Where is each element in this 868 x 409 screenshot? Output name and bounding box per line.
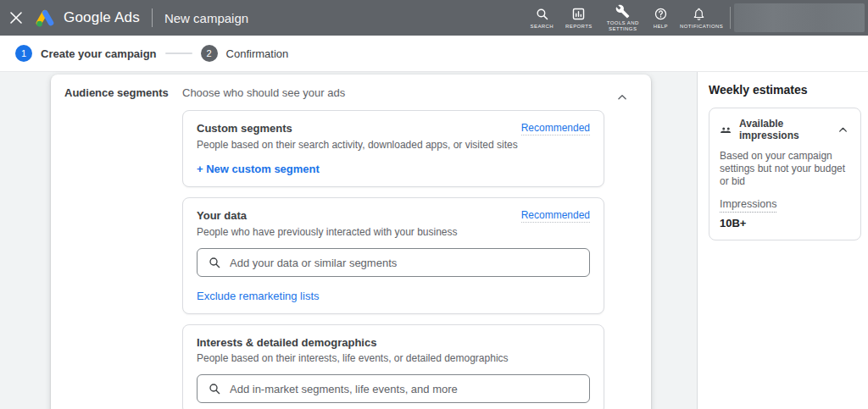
topbar-separator <box>730 7 731 29</box>
nav-label: Notifications <box>680 24 717 30</box>
search-icon <box>208 382 221 395</box>
close-icon <box>10 12 22 24</box>
reports-nav-button[interactable]: Reports <box>559 7 598 30</box>
impressions-metric-label[interactable]: Impressions <box>720 198 776 213</box>
nav-label: Tools and Settings <box>604 20 642 32</box>
interests-search-input[interactable] <box>230 383 581 395</box>
collapse-estimates-button[interactable] <box>835 122 850 137</box>
help-icon <box>654 7 668 22</box>
topbar: Google Ads New campaign Search <box>0 0 868 36</box>
card-body: Choose who should see your ads Custom se… <box>182 86 609 409</box>
section-title: Interests & detailed demographics <box>197 336 376 349</box>
section-title: Custom segments <box>197 122 292 135</box>
card-subtitle: Choose who should see your ads <box>182 86 609 100</box>
search-icon <box>535 7 549 22</box>
interests-search-box <box>197 374 590 403</box>
your-data-section: Your data Recommended People who have pr… <box>182 197 604 314</box>
chevron-up-icon <box>837 124 849 135</box>
step-label: Confirmation <box>226 47 289 60</box>
search-nav-button[interactable]: Search <box>525 7 559 30</box>
audience-sections: Custom segments Recommended People based… <box>182 110 604 409</box>
section-header: Custom segments Recommended <box>197 122 590 135</box>
interests-demographics-section: Interests & detailed demographics People… <box>182 324 604 409</box>
step-create-your-campaign[interactable]: 1 Create your campaign <box>15 45 157 62</box>
notifications-nav-button[interactable]: Notifications <box>674 7 723 30</box>
card-title: Audience segments <box>64 86 182 409</box>
account-info-blurred[interactable] <box>734 3 865 32</box>
reports-icon <box>571 7 586 22</box>
custom-segments-section: Custom segments Recommended People based… <box>182 110 604 187</box>
collapse-card-button[interactable] <box>612 87 632 108</box>
step-label: Create your campaign <box>41 47 157 60</box>
step-number-badge: 2 <box>201 45 218 62</box>
page-title: New campaign <box>164 11 248 25</box>
main-content-area: Audience segments Choose who should see … <box>0 72 697 409</box>
your-data-search-box <box>197 248 590 277</box>
google-ads-new-campaign-screen: Google Ads New campaign Search <box>0 0 868 409</box>
step-confirmation[interactable]: 2 Confirmation <box>201 45 289 62</box>
section-description: People who have previously interacted wi… <box>197 226 590 238</box>
section-header: Interests & detailed demographics <box>197 336 590 349</box>
impressions-metric-value: 10B+ <box>720 217 850 229</box>
estimates-description: Based on your campaign settings but not … <box>720 150 850 188</box>
google-ads-logo-icon <box>34 7 56 29</box>
audience-segments-card: Audience segments Choose who should see … <box>51 75 651 409</box>
search-icon <box>208 256 221 269</box>
audience-people-icon <box>720 124 732 136</box>
new-custom-segment-link[interactable]: + New custom segment <box>197 163 320 175</box>
exclude-remarketing-lists-link[interactable]: Exclude remarketing lists <box>197 290 320 302</box>
nav-label: Search <box>531 24 554 30</box>
available-impressions-card: Available impressions Based on your camp… <box>709 108 861 240</box>
section-description: People based on their interests, life ev… <box>197 352 590 364</box>
step-number-badge: 1 <box>15 45 32 62</box>
panel-title: Weekly estimates <box>709 83 868 97</box>
recommended-badge[interactable]: Recommended <box>521 122 590 135</box>
section-description: People based on their search activity, d… <box>197 139 590 151</box>
your-data-search-input[interactable] <box>230 257 581 269</box>
card-header: Available impressions <box>720 118 850 141</box>
close-button[interactable] <box>0 0 32 36</box>
section-title: Your data <box>197 209 247 222</box>
tools-and-settings-nav-button[interactable]: Tools and Settings <box>598 3 648 32</box>
wrench-icon <box>615 3 630 19</box>
help-nav-button[interactable]: Help <box>648 7 674 30</box>
recommended-badge[interactable]: Recommended <box>521 209 590 223</box>
topbar-actions: Search Reports Tools and Settings <box>525 0 868 36</box>
chevron-up-icon <box>616 91 628 103</box>
brand-name: Google Ads <box>64 9 140 26</box>
card-title: Available impressions <box>739 118 835 141</box>
bell-icon <box>692 7 706 22</box>
weekly-estimates-panel: Weekly estimates Available impressions B… <box>697 72 868 409</box>
nav-label: Reports <box>565 24 593 30</box>
section-header: Your data Recommended <box>197 209 590 223</box>
step-connector-line <box>165 53 192 54</box>
nav-label: Help <box>654 24 668 30</box>
campaign-stepper: 1 Create your campaign 2 Confirmation <box>0 36 868 72</box>
topbar-divider <box>152 8 153 27</box>
